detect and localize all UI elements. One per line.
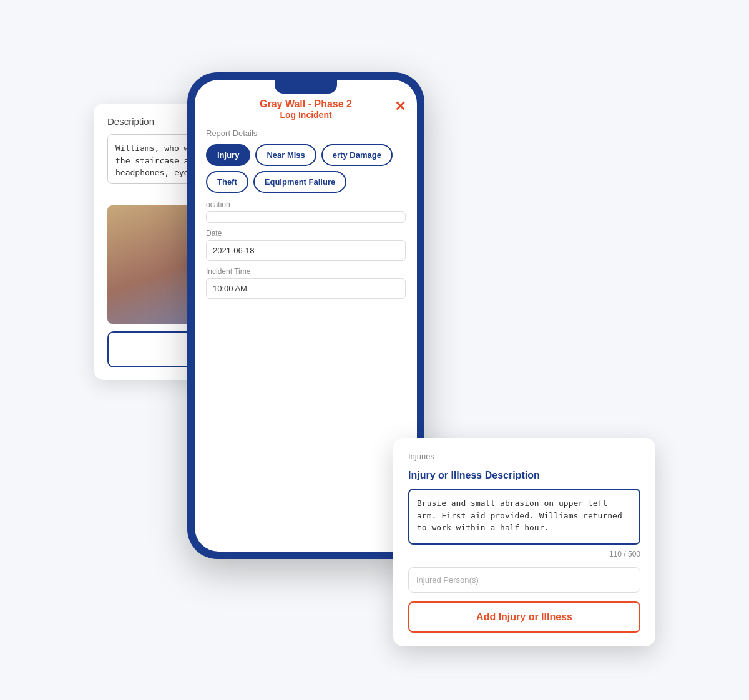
injuries-header: Injuries xyxy=(408,452,640,461)
date-field: Date 2021-06-18 xyxy=(206,229,406,261)
scene: Description Williams, who was nailing dr… xyxy=(94,54,655,646)
type-near-miss-button[interactable]: Near Miss xyxy=(255,144,316,166)
injuries-section-title: Injury or Illness Description xyxy=(408,470,640,481)
time-value[interactable]: 10:00 AM xyxy=(206,278,406,299)
phone-inner: Gray Wall - Phase 2 Log Incident ✕ Repor… xyxy=(195,80,417,552)
phone-subtitle: Log Incident xyxy=(206,110,406,120)
time-label: Incident Time xyxy=(206,267,406,276)
type-theft-button[interactable]: Theft xyxy=(206,171,248,193)
time-field: Incident Time 10:00 AM xyxy=(206,267,406,299)
injured-persons-field[interactable]: Injured Person(s) xyxy=(408,567,640,593)
date-value[interactable]: 2021-06-18 xyxy=(206,240,406,261)
date-label: Date xyxy=(206,229,406,238)
close-button[interactable]: ✕ xyxy=(394,99,406,115)
type-injury-button[interactable]: Injury xyxy=(206,144,250,166)
type-property-damage-button[interactable]: erty Damage xyxy=(321,144,393,166)
location-value xyxy=(206,211,406,223)
type-equipment-failure-button[interactable]: Equipment Failure xyxy=(253,171,346,193)
phone-content: Gray Wall - Phase 2 Log Incident ✕ Repor… xyxy=(195,80,417,552)
location-label: ocation xyxy=(206,200,406,209)
phone-header: Gray Wall - Phase 2 Log Incident ✕ xyxy=(206,99,406,120)
incident-types: Injury Near Miss erty Damage Theft Equip… xyxy=(206,144,406,193)
injuries-card: Injuries Injury or Illness Description B… xyxy=(393,438,655,646)
illness-textarea[interactable]: Brusie and small abrasion on upper left … xyxy=(408,489,640,545)
phone-notch xyxy=(275,80,337,94)
phone-title: Gray Wall - Phase 2 xyxy=(206,99,406,110)
add-injury-button[interactable]: Add Injury or Illness xyxy=(408,601,640,633)
location-field: ocation xyxy=(206,200,406,223)
illness-char-count: 110 / 500 xyxy=(408,550,640,558)
report-details-label: Report Details xyxy=(206,129,406,138)
phone-frame: Gray Wall - Phase 2 Log Incident ✕ Repor… xyxy=(187,72,424,559)
